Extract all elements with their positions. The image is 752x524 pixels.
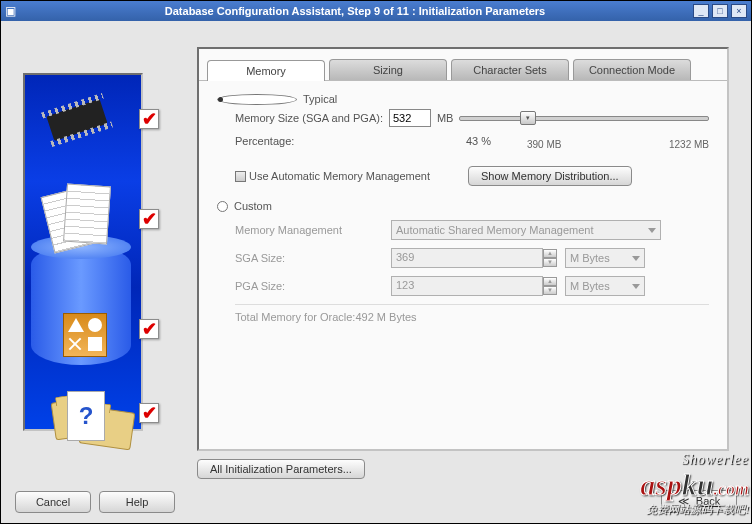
percentage-value: 43 % bbox=[466, 135, 491, 150]
step-3-check-icon: ✔ bbox=[139, 319, 159, 339]
pga-unit-select: M Bytes bbox=[565, 276, 645, 296]
total-label: Total Memory for Oracle: bbox=[235, 311, 355, 323]
step-1-check-icon: ✔ bbox=[139, 109, 159, 129]
footer: Cancel Help ≪ Back bbox=[1, 490, 751, 513]
tab-sizing[interactable]: Sizing bbox=[329, 59, 447, 80]
radio-custom-label: Custom bbox=[234, 200, 272, 212]
memory-slider[interactable]: ▾ bbox=[459, 116, 709, 121]
tab-bar: Memory Sizing Character Sets Connection … bbox=[199, 49, 727, 81]
pga-label: PGA Size: bbox=[235, 280, 391, 292]
wizard-steps-sidebar: ✔ ✔ ✔ ? ✔ bbox=[23, 73, 143, 431]
step-docs-icon bbox=[37, 185, 117, 255]
mem-mgmt-select: Automatic Shared Memory Management bbox=[391, 220, 661, 240]
sga-unit-value: M Bytes bbox=[570, 252, 610, 264]
sga-input: 369 bbox=[391, 248, 543, 268]
mem-mgmt-label: Memory Management bbox=[235, 224, 391, 236]
total-value: 492 M Bytes bbox=[355, 311, 416, 323]
dropdown-icon bbox=[632, 256, 640, 261]
tab-memory[interactable]: Memory bbox=[207, 60, 325, 81]
memory-size-label: Memory Size (SGA and PGA): bbox=[235, 112, 383, 124]
radio-typical[interactable] bbox=[217, 94, 297, 105]
back-glyph-icon: ≪ bbox=[678, 495, 690, 507]
pga-spinner: ▲▼ bbox=[543, 277, 557, 295]
percentage-label: Percentage: bbox=[235, 135, 294, 150]
step-2-check-icon: ✔ bbox=[139, 209, 159, 229]
tab-charsets[interactable]: Character Sets bbox=[451, 59, 569, 80]
dropdown-icon bbox=[632, 284, 640, 289]
pga-unit-value: M Bytes bbox=[570, 280, 610, 292]
watermark-top: Showerlee bbox=[640, 452, 749, 468]
memory-unit-label: MB bbox=[437, 112, 454, 124]
slider-thumb-icon[interactable]: ▾ bbox=[520, 111, 536, 125]
radio-custom[interactable] bbox=[217, 201, 228, 212]
tab-connmode[interactable]: Connection Mode bbox=[573, 59, 691, 80]
close-button[interactable]: × bbox=[731, 4, 747, 18]
scale-high: 1232 MB bbox=[669, 139, 709, 150]
scale-low: 390 MB bbox=[527, 139, 561, 150]
content-panel: Memory Sizing Character Sets Connection … bbox=[197, 47, 729, 451]
window-title: Database Configuration Assistant, Step 9… bbox=[20, 5, 690, 17]
back-label: Back bbox=[696, 495, 720, 507]
memory-size-input[interactable] bbox=[389, 109, 431, 127]
titlebar: ▣ Database Configuration Assistant, Step… bbox=[1, 1, 751, 21]
step-chip-icon bbox=[37, 85, 117, 155]
amm-checkbox[interactable] bbox=[235, 171, 246, 182]
help-button[interactable]: Help bbox=[99, 491, 175, 513]
pga-input: 123 bbox=[391, 276, 543, 296]
maximize-button[interactable]: □ bbox=[712, 4, 728, 18]
client-area: ✔ ✔ ✔ ? ✔ Memory Sizing Character Sets C… bbox=[1, 21, 751, 523]
back-button[interactable]: ≪ Back bbox=[661, 490, 737, 513]
cancel-button[interactable]: Cancel bbox=[15, 491, 91, 513]
app-icon: ▣ bbox=[5, 4, 16, 18]
amm-label: Use Automatic Memory Management bbox=[249, 170, 430, 182]
sga-spinner: ▲▼ bbox=[543, 249, 557, 267]
radio-typical-label: Typical bbox=[303, 93, 337, 105]
step-4-check-icon: ✔ bbox=[139, 403, 159, 423]
step-shapes-icon bbox=[63, 313, 107, 357]
mem-mgmt-value: Automatic Shared Memory Management bbox=[396, 224, 593, 236]
sga-unit-select: M Bytes bbox=[565, 248, 645, 268]
show-distribution-button[interactable]: Show Memory Distribution... bbox=[468, 166, 632, 186]
dropdown-icon bbox=[648, 228, 656, 233]
all-params-button[interactable]: All Initialization Parameters... bbox=[197, 459, 365, 479]
minimize-button[interactable]: _ bbox=[693, 4, 709, 18]
sga-label: SGA Size: bbox=[235, 252, 391, 264]
